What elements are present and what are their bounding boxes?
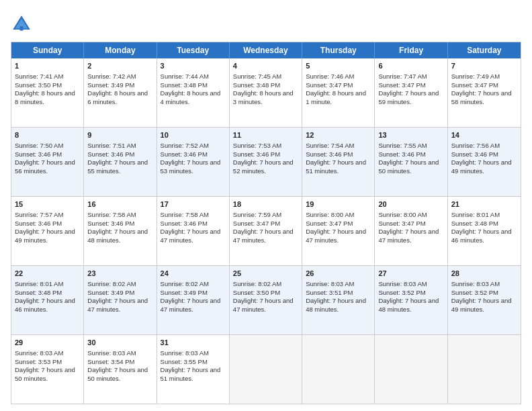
calendar-header-sunday: Sunday [11,42,84,58]
sunrise: Sunrise: 7:50 AM [15,142,63,149]
daylight: Daylight: 7 hours and 50 minutes. [15,366,75,382]
day-number: 30 [87,338,152,348]
sunrise: Sunrise: 8:02 AM [87,280,136,287]
calendar-cell-31: 31Sunrise: 8:03 AMSunset: 3:55 PMDayligh… [157,335,230,404]
sunset: Sunset: 3:47 PM [306,81,353,89]
calendar-header-tuesday: Tuesday [157,42,230,58]
day-number: 27 [378,269,443,279]
day-number: 7 [451,61,517,71]
calendar-header-thursday: Thursday [302,42,375,58]
calendar-cell-28: 28Sunrise: 8:03 AMSunset: 3:52 PMDayligh… [448,266,521,334]
sunrise: Sunrise: 7:57 AM [15,211,63,218]
calendar-row-2: 8Sunrise: 7:50 AMSunset: 3:46 PMDaylight… [11,127,521,196]
day-number: 10 [161,130,226,140]
sunset: Sunset: 3:49 PM [161,289,208,296]
sunset: Sunset: 3:47 PM [306,220,353,227]
daylight: Daylight: 7 hours and 51 minutes. [306,158,366,175]
day-number: 2 [87,61,152,71]
daylight: Daylight: 7 hours and 47 minutes. [233,228,294,244]
daylight: Daylight: 8 hours and 3 minutes. [233,89,294,105]
calendar-cell-2: 2Sunrise: 7:42 AMSunset: 3:49 PMDaylight… [84,58,157,127]
daylight: Daylight: 7 hours and 55 minutes. [87,158,148,175]
sunset: Sunset: 3:46 PM [451,150,498,158]
calendar-cell-30: 30Sunrise: 8:03 AMSunset: 3:54 PMDayligh… [84,335,157,404]
sunset: Sunset: 3:53 PM [15,358,62,365]
sunrise: Sunrise: 8:02 AM [233,280,281,287]
page: SundayMondayTuesdayWednesdayThursdayFrid… [0,0,532,411]
calendar-cell-20: 20Sunrise: 8:00 AMSunset: 3:47 PMDayligh… [375,197,447,265]
daylight: Daylight: 7 hours and 51 minutes. [161,366,221,382]
sunset: Sunset: 3:46 PM [161,150,208,158]
day-number: 6 [378,61,443,71]
day-number: 8 [15,130,80,140]
calendar-cell-21: 21Sunrise: 8:01 AMSunset: 3:48 PMDayligh… [448,197,521,265]
sunset: Sunset: 3:49 PM [87,81,134,89]
daylight: Daylight: 7 hours and 48 minutes. [378,297,439,313]
calendar-cell-25: 25Sunrise: 8:02 AMSunset: 3:50 PMDayligh… [230,266,302,334]
sunrise: Sunrise: 8:02 AM [161,280,209,287]
daylight: Daylight: 7 hours and 47 minutes. [161,297,221,313]
calendar-cell-8: 8Sunrise: 7:50 AMSunset: 3:46 PMDaylight… [11,128,84,196]
sunrise: Sunrise: 7:55 AM [378,142,427,149]
day-number: 22 [15,269,80,279]
sunset: Sunset: 3:47 PM [451,81,498,89]
day-number: 17 [161,199,226,210]
daylight: Daylight: 7 hours and 47 minutes. [306,228,366,244]
daylight: Daylight: 7 hours and 48 minutes. [306,297,366,313]
day-number: 14 [451,130,517,140]
calendar-cell-1: 1Sunrise: 7:41 AMSunset: 3:50 PMDaylight… [11,58,84,127]
calendar-cell-13: 13Sunrise: 7:55 AMSunset: 3:46 PMDayligh… [375,128,447,196]
calendar-cell-14: 14Sunrise: 7:56 AMSunset: 3:46 PMDayligh… [448,128,521,196]
calendar-empty-cell [375,335,447,404]
sunrise: Sunrise: 8:03 AM [15,349,63,357]
sunset: Sunset: 3:46 PM [378,150,425,158]
sunrise: Sunrise: 7:51 AM [87,142,136,149]
daylight: Daylight: 7 hours and 46 minutes. [451,228,512,244]
day-number: 18 [233,199,298,210]
calendar-cell-4: 4Sunrise: 7:45 AMSunset: 3:48 PMDaylight… [230,58,302,127]
sunset: Sunset: 3:52 PM [451,289,498,296]
calendar-cell-12: 12Sunrise: 7:54 AMSunset: 3:46 PMDayligh… [302,128,375,196]
sunrise: Sunrise: 7:44 AM [161,73,209,80]
calendar-cell-15: 15Sunrise: 7:57 AMSunset: 3:46 PMDayligh… [11,197,84,265]
calendar-cell-17: 17Sunrise: 7:58 AMSunset: 3:46 PMDayligh… [157,197,230,265]
day-number: 31 [161,338,226,348]
sunset: Sunset: 3:48 PM [233,81,280,89]
sunset: Sunset: 3:46 PM [306,150,353,158]
calendar-cell-10: 10Sunrise: 7:52 AMSunset: 3:46 PMDayligh… [157,128,230,196]
sunset: Sunset: 3:47 PM [378,81,425,89]
daylight: Daylight: 8 hours and 4 minutes. [161,89,221,105]
day-number: 12 [306,130,371,140]
calendar-cell-24: 24Sunrise: 8:02 AMSunset: 3:49 PMDayligh… [157,266,230,334]
sunrise: Sunrise: 7:56 AM [451,142,500,149]
sunset: Sunset: 3:50 PM [15,81,62,89]
calendar-header-friday: Friday [375,42,447,58]
calendar-header-monday: Monday [84,42,157,58]
day-number: 26 [306,269,371,279]
calendar-cell-5: 5Sunrise: 7:46 AMSunset: 3:47 PMDaylight… [302,58,375,127]
calendar-row-5: 29Sunrise: 8:03 AMSunset: 3:53 PMDayligh… [11,334,521,404]
day-number: 11 [233,130,298,140]
daylight: Daylight: 8 hours and 6 minutes. [87,89,148,105]
sunset: Sunset: 3:47 PM [233,220,280,227]
svg-rect-2 [20,26,24,30]
calendar-cell-18: 18Sunrise: 7:59 AMSunset: 3:47 PMDayligh… [230,197,302,265]
calendar-body: 1Sunrise: 7:41 AMSunset: 3:50 PMDaylight… [11,58,521,404]
daylight: Daylight: 7 hours and 47 minutes. [378,228,439,244]
sunset: Sunset: 3:54 PM [87,358,134,365]
calendar-cell-22: 22Sunrise: 8:01 AMSunset: 3:48 PMDayligh… [11,266,84,334]
daylight: Daylight: 7 hours and 47 minutes. [233,297,294,313]
calendar-cell-7: 7Sunrise: 7:49 AMSunset: 3:47 PMDaylight… [448,58,521,127]
day-number: 9 [87,130,152,140]
logo [11,13,35,35]
sunrise: Sunrise: 7:47 AM [378,73,427,80]
sunset: Sunset: 3:55 PM [161,358,208,365]
sunrise: Sunrise: 7:49 AM [451,73,500,80]
day-number: 28 [451,269,517,279]
calendar-row-4: 22Sunrise: 8:01 AMSunset: 3:48 PMDayligh… [11,265,521,334]
sunset: Sunset: 3:46 PM [87,150,134,158]
sunrise: Sunrise: 8:01 AM [451,211,500,218]
day-number: 15 [15,199,80,210]
day-number: 23 [87,269,152,279]
daylight: Daylight: 8 hours and 1 minute. [306,89,366,105]
